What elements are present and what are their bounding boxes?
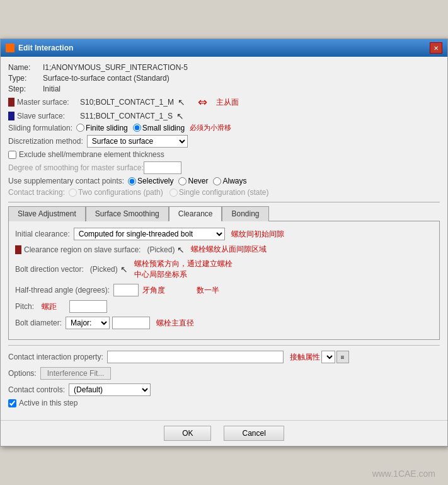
separator [8, 345, 440, 346]
tracking-two-label: Two configurations (path) [69, 188, 163, 197]
controls-select[interactable]: (Default) [69, 383, 151, 396]
window-icon [6, 44, 14, 52]
clearance-tab-content: Initial clearance: Computed for single-t… [8, 221, 440, 340]
exclude-shell-label: Exclude shell/membrane element thickness [19, 150, 164, 159]
bolt-dir-note2: 中心局部坐标系 [134, 269, 233, 280]
slave-surface-label: Slave surface: [17, 112, 80, 120]
tracking-label: Contact tracking: [8, 188, 65, 197]
property-label: Contact interaction property: [8, 353, 103, 361]
supplementary-row: Use supplementary contact points: Select… [8, 177, 440, 185]
pitch-row: Pitch: 螺距 2 [15, 300, 433, 313]
exclude-shell-checkbox[interactable] [8, 151, 16, 159]
smoothing-input[interactable]: 0.2 [144, 161, 181, 174]
initial-clearance-row: Initial clearance: Computed for single-t… [15, 228, 433, 240]
bolt-diameter-type-select[interactable]: Major: [66, 317, 110, 329]
supplementary-never-label[interactable]: Never [178, 177, 208, 185]
master-surface-value: S10;BOLT_CONTACT_1_M [80, 98, 174, 107]
slave-cursor-icon[interactable]: ↖ [176, 111, 184, 121]
title-bar: Edit Interaction ✕ [1, 39, 447, 57]
bolt-diameter-row: Bolt diameter: Major: 10 螺栓主直径 [15, 317, 433, 329]
master-surface-label: Master surface: [17, 98, 80, 107]
options-row: Options: Interference Fit... [8, 367, 440, 380]
interference-fit-button[interactable]: Interference Fit... [40, 367, 112, 380]
half-thread-row: Half-thread angle (degrees): 8 牙角度 数一半 [15, 284, 433, 296]
supplementary-label: Use supplementary contact points: [8, 177, 124, 185]
supplementary-selectively-radio[interactable] [128, 177, 136, 185]
bolt-dir-notes: 螺栓预紧方向，通过建立螺栓 中心局部坐标系 [134, 259, 233, 280]
master-cursor-icon[interactable]: ↖ [178, 97, 185, 107]
edit-interaction-window: Edit Interaction ✕ Name: I1;ANONYMOUS_SU… [0, 38, 448, 447]
active-checkbox[interactable] [8, 399, 16, 407]
half-thread-note2: 数一半 [197, 285, 219, 296]
close-button[interactable]: ✕ [430, 42, 442, 54]
type-row: Type: Surface-to-surface contact (Standa… [8, 74, 440, 83]
tracking-two-radio [69, 189, 77, 197]
supplementary-always-radio[interactable] [213, 177, 221, 185]
region-cursor-icon[interactable]: ↖ [177, 245, 185, 255]
half-thread-label: Half-thread angle (degrees): [15, 286, 110, 295]
sliding-small-radio[interactable] [133, 124, 141, 132]
bolt-diameter-label: Bolt diameter: [15, 318, 62, 327]
sliding-small-label[interactable]: Small sliding [133, 124, 185, 132]
cancel-button[interactable]: Cancel [224, 426, 284, 441]
tabs-row: Slave Adjustment Surface Smoothing Clear… [8, 206, 440, 221]
property-input[interactable]: I1;ANONYMOUS_SURF_INTERACTION [107, 351, 284, 363]
window-title: Edit Interaction [18, 44, 73, 52]
slave-surface-icon [8, 112, 14, 120]
property-edit-button[interactable]: ≡ [336, 351, 349, 363]
tracking-row: Contact tracking: Two configurations (pa… [8, 188, 440, 197]
controls-label: Contact controls: [8, 385, 65, 394]
title-bar-controls: ✕ [430, 42, 442, 54]
discretization-row: Discretization method: Surface to surfac… [8, 135, 440, 148]
bolt-dir-value: (Picked) [90, 265, 118, 274]
master-annotation: 主从面 [216, 97, 239, 108]
clearance-region-row: Clearance region on slave surface: (Pick… [15, 244, 433, 255]
title-bar-left: Edit Interaction [6, 44, 73, 52]
region-label: Clearance region on slave surface: [24, 245, 141, 254]
footer-buttons: OK Cancel [1, 420, 447, 446]
active-label: Active in this step [19, 399, 78, 407]
bolt-dir-cursor-icon[interactable]: ↖ [120, 264, 128, 274]
supplementary-always-label[interactable]: Always [213, 177, 246, 185]
pitch-note: 螺距 [42, 301, 57, 312]
half-thread-input[interactable]: 8 [113, 284, 139, 296]
bolt-diameter-input[interactable]: 10 [112, 317, 150, 329]
clearance-region-icon [15, 245, 21, 254]
pitch-input[interactable]: 2 [69, 300, 107, 313]
bolt-direction-row: Bolt direction vector: (Picked) ↖ 螺栓预紧方向… [15, 259, 433, 280]
half-thread-note1: 牙角度 [142, 285, 165, 296]
master-surface-icon [8, 98, 14, 107]
ok-button[interactable]: OK [164, 426, 211, 441]
supplementary-never-radio[interactable] [178, 177, 187, 185]
pitch-label: Pitch: [15, 302, 34, 311]
region-value: (Picked) [147, 245, 175, 254]
step-row: Step: Initial [8, 85, 440, 93]
step-label: Step: [8, 85, 43, 93]
region-note: 螺栓螺纹从面间隙区域 [191, 244, 267, 255]
initial-clearance-select[interactable]: Computed for single-threaded bolt [74, 228, 225, 240]
sliding-note: 必须为小滑移 [190, 123, 231, 132]
tab-surface-smoothing[interactable]: Surface Smoothing [86, 206, 169, 221]
initial-clearance-note: 螺纹间初始间隙 [231, 229, 284, 240]
tab-clearance[interactable]: Clearance [169, 206, 222, 221]
bolt-dir-note1: 螺栓预紧方向，通过建立螺栓 [134, 259, 233, 269]
tab-slave-adjustment[interactable]: Slave Adjustment [8, 206, 86, 221]
initial-clearance-label: Initial clearance: [15, 230, 70, 238]
master-arrow-icon: ⇔ [198, 95, 207, 109]
sliding-finite-radio[interactable] [76, 124, 84, 132]
active-row: Active in this step [8, 399, 440, 407]
name-row: Name: I1;ANONYMOUS_SURF_INTERACTION-5 [8, 63, 440, 72]
property-dropdown[interactable] [321, 351, 335, 363]
sliding-finite-label[interactable]: Finite sliding [76, 124, 128, 132]
discretization-select[interactable]: Surface to surface [87, 135, 188, 148]
tab-bonding[interactable]: Bonding [222, 206, 268, 221]
watermark: www.1CAE.com [372, 469, 435, 479]
slave-surface-value: S11;BOLT_CONTACT_1_S [80, 112, 173, 120]
master-surface-row: Master surface: S10;BOLT_CONTACT_1_M ↖ ⇔… [8, 95, 440, 109]
bolt-diameter-note: 螺栓主直径 [156, 318, 194, 329]
controls-row: Contact controls: (Default) [8, 383, 440, 396]
supplementary-selectively-label[interactable]: Selectively [128, 177, 173, 185]
step-value: Initial [43, 85, 60, 93]
tracking-single-label: Single configuration (state) [169, 188, 269, 197]
tabs-container: Slave Adjustment Surface Smoothing Clear… [8, 202, 440, 340]
